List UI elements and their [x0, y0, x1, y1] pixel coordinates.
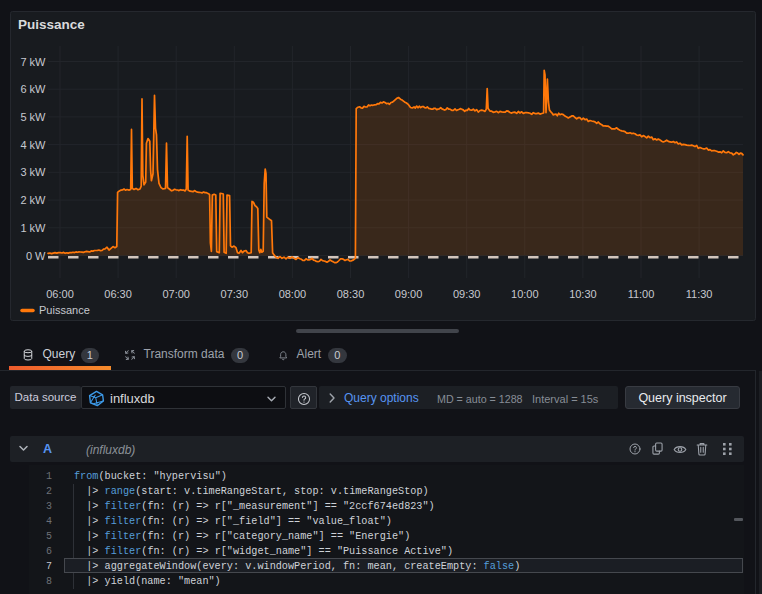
svg-text:06:30: 06:30	[104, 288, 132, 300]
svg-text:10:30: 10:30	[569, 288, 597, 300]
svg-text:08:00: 08:00	[279, 288, 307, 300]
svg-text:06:00: 06:00	[46, 288, 74, 300]
svg-text:6 kW: 6 kW	[20, 83, 46, 95]
svg-text:5 kW: 5 kW	[20, 111, 46, 123]
svg-text:11:00: 11:00	[628, 288, 655, 300]
svg-text:7 kW: 7 kW	[20, 56, 46, 68]
svg-text:0 W: 0 W	[26, 250, 46, 262]
svg-text:Puissance: Puissance	[39, 304, 90, 316]
svg-text:08:30: 08:30	[337, 288, 365, 300]
svg-text:11:30: 11:30	[686, 288, 713, 300]
svg-text:07:00: 07:00	[162, 288, 190, 300]
svg-text:2 kW: 2 kW	[20, 194, 46, 206]
svg-text:09:00: 09:00	[395, 288, 423, 300]
svg-text:07:30: 07:30	[221, 288, 249, 300]
svg-text:4 kW: 4 kW	[20, 139, 46, 151]
svg-text:10:00: 10:00	[511, 288, 539, 300]
svg-text:1 kW: 1 kW	[20, 222, 46, 234]
svg-text:Puissance: Puissance	[18, 17, 85, 32]
svg-text:3 kW: 3 kW	[20, 166, 46, 178]
svg-text:09:30: 09:30	[453, 288, 481, 300]
